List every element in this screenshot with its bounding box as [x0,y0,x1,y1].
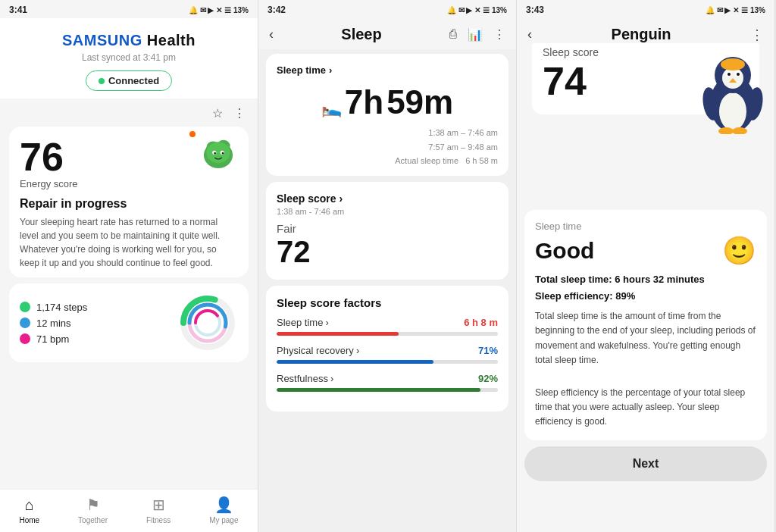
sleep-desc-1: Total sleep time is the amount of time f… [535,309,756,368]
connected-dot [99,78,105,84]
steps-dot [20,302,30,312]
sleep-efficiency: Sleep efficiency: 89% [535,288,756,305]
sleep-time-section: Sleep time Good 🙂 Total sleep time: 6 ho… [524,210,767,440]
factors-title: Sleep score factors [277,296,498,309]
penguin-svg [699,43,767,134]
sleep-score-arrow: › [340,192,343,205]
penguin-more-icon[interactable]: ⋮ [750,27,764,43]
sleep-time-header[interactable]: Sleep time › [277,64,498,76]
nav-mypage[interactable]: 👤 My page [209,496,238,524]
steps-value: 1,174 steps [36,302,87,313]
battery-3: 13% [750,6,765,14]
svg-point-3 [206,142,230,163]
chart-icon[interactable]: 📊 [468,27,483,42]
heart-item: 71 bpm [20,333,87,345]
actual-sleep-row: Actual sleep time 6 h 58 m [277,154,498,168]
sleep-score-header[interactable]: Sleep score › [277,192,498,205]
sleep-score-range: 1:38 am - 7:46 am [277,207,498,216]
panel-sleep: 3:42 🔔 ✉ ▶ ✕ ☰ 13% ‹ Sleep ⎙ 📊 ⋮ Sleep t… [258,0,517,532]
bottom-nav: ⌂ Home ⚑ Together ⊞ Fitness 👤 My page [0,489,258,532]
heart-value: 71 bpm [36,333,69,345]
factor-sleep-time: Sleep time › 6 h 8 m [277,317,498,336]
svg-point-6 [214,152,216,155]
score-number: 72 [277,235,498,269]
steps-item: 1,174 steps [20,302,87,313]
back-button[interactable]: ‹ [269,27,274,42]
panel-penguin: 3:43 🔔 ✉ ▶ ✕ ☰ 13% ‹ Penguin ⋮ Sleep sco… [517,0,775,532]
actual-sleep-time: 6 h 58 m [465,156,498,165]
more-options-icon[interactable]: ⋮ [233,106,246,120]
factor-fill-3 [277,388,480,392]
notification-icons-1: 🔔 ✉ ▶ ✕ ☰ [189,6,231,14]
factor-bar-1 [277,332,498,336]
fitness-icon: ⊞ [152,496,165,514]
panel-samsung-health: 3:41 🔔 ✉ ▶ ✕ ☰ 13% SAMSUNG Health Last s… [0,0,258,532]
factor-fill-2 [277,360,433,364]
activity-list: 1,174 steps 12 mins 71 bpm [20,302,87,345]
nav-mypage-label: My page [209,516,238,524]
home-icon: ⌂ [25,496,34,514]
notification-icons-3: 🔔 ✉ ▶ ✕ ☰ [706,6,748,14]
bed-icon: 🛌 [321,99,342,118]
energy-mascot [199,134,238,174]
factor-restfulness: Restfulness › 92% [277,373,498,392]
heart-dot [20,333,30,344]
factor-val-3: 92% [478,373,498,384]
orange-dot [189,131,196,137]
penguin-header: ‹ Penguin ⋮ [517,18,774,43]
mypage-icon: 👤 [214,496,233,514]
status-icons-1: 🔔 ✉ ▶ ✕ ☰ 13% [189,6,249,14]
energy-label: Energy score [20,178,238,189]
nav-home[interactable]: ⌂ Home [19,496,39,524]
samsung-text: SAMSUNG [62,32,147,49]
nav-fitness[interactable]: ⊞ Fitness [146,496,171,524]
notification-icons-2: 🔔 ✉ ▶ ✕ ☰ [447,6,490,14]
sleep-score-label: Sleep score [277,192,336,205]
action-bar: ☆ ⋮ [0,99,258,124]
sleep-time-display: 🛌 7h 59m [277,83,498,121]
score-category: Fair [277,222,498,235]
penguin-back-button[interactable]: ‹ [527,27,532,42]
sleep-time-arrow: › [329,64,332,76]
battery-1: 13% [233,6,249,14]
mins-value: 12 mins [36,318,71,329]
actual-sleep-label: Actual sleep time [395,156,458,165]
sleep-stats: Total sleep time: 6 hours 32 minutes Sle… [535,271,756,305]
sleep-score-card: Sleep score › 1:38 am - 7:46 am Fair 72 [266,182,508,280]
mins-dot [20,318,30,328]
sleep-time-section-label: Sleep time [535,221,756,232]
mins-item: 12 mins [20,318,87,329]
nav-home-label: Home [19,516,39,524]
sleep-factors-card: Sleep score factors Sleep time › 6 h 8 m [266,286,508,412]
nav-together[interactable]: ⚑ Together [78,496,108,524]
activity-section: 1,174 steps 12 mins 71 bpm [9,283,249,362]
penguin-hero-area: Sleep score 74 [517,43,774,134]
factor-name-2[interactable]: Physical recovery › [277,345,359,356]
factor-val-2: 71% [478,345,498,356]
share-icon[interactable]: ⎙ [449,27,457,42]
status-bar-3: 3:43 🔔 ✉ ▶ ✕ ☰ 13% [517,0,774,18]
next-button[interactable]: Next [524,446,767,481]
together-icon: ⚑ [86,496,100,514]
sleep-time-card: Sleep time › 🛌 7h 59m 1:38 am – 7:46 am … [266,54,508,176]
app-title: SAMSUNG Health [12,32,246,49]
sleep-range-2: 7:57 am – 9:48 am [277,140,498,155]
svg-point-23 [721,58,745,70]
sleep-quality-row: Good 🙂 [535,235,756,267]
health-text: Health [147,32,196,49]
connected-button[interactable]: Connected [86,70,172,91]
sleep-minutes: 59m [386,83,453,121]
factor-name-1[interactable]: Sleep time › [277,317,329,328]
factor-physical: Physical recovery › 71% [277,345,498,364]
factor-name-3[interactable]: Restfulness › [277,373,333,384]
time-3: 3:43 [526,5,544,15]
factor-val-1: 6 h 8 m [464,317,498,328]
penguin-title: Penguin [612,26,671,43]
sleep-time-label: Sleep time [277,64,326,76]
star-icon[interactable]: ☆ [212,106,223,120]
more-icon[interactable]: ⋮ [493,27,505,42]
smiley-icon: 🙂 [722,235,756,267]
sleep-time-details: 1:38 am – 7:46 am 7:57 am – 9:48 am Actu… [277,126,498,168]
energy-card: 76 Energy score Repair in progress Your … [9,127,249,277]
repair-desc: Your sleeping heart rate has returned to… [20,215,238,270]
